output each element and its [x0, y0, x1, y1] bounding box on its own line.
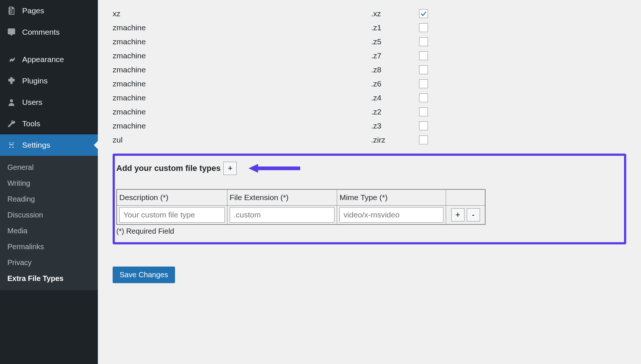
users-icon: [6, 97, 17, 108]
sidebar-item-label: Users: [22, 98, 42, 107]
annotation-arrow-icon: [248, 163, 300, 174]
save-changes-button[interactable]: Save Changes: [113, 267, 175, 283]
submenu-writing[interactable]: Writing: [0, 175, 98, 191]
mime-input[interactable]: [339, 207, 443, 223]
sidebar-item-label: Plugins: [22, 76, 48, 85]
submenu-media[interactable]: Media: [0, 223, 98, 239]
sidebar-item-label: Tools: [22, 119, 40, 128]
file-type-checkbox[interactable]: [419, 121, 428, 130]
file-type-name: zmachine: [113, 121, 371, 130]
svg-point-1: [10, 99, 13, 102]
svg-marker-3: [248, 164, 258, 173]
submenu-extra-file-types[interactable]: Extra File Types: [0, 271, 98, 286]
submenu-general[interactable]: General: [0, 159, 98, 175]
file-type-ext: .z8: [371, 65, 419, 74]
file-type-row: zmachine.z7: [113, 49, 626, 63]
file-type-ext: .z7: [371, 51, 419, 60]
custom-heading-label: Add your custom file types: [116, 164, 220, 173]
file-type-row: zul.zirz: [113, 133, 626, 147]
custom-file-types-table: Description (*) File Extension (*) Mime …: [116, 189, 486, 225]
file-type-checkbox[interactable]: [419, 93, 428, 102]
file-type-ext: .zirz: [371, 135, 419, 144]
add-custom-type-button[interactable]: +: [223, 162, 237, 175]
extension-input[interactable]: [230, 207, 335, 223]
settings-submenu: General Writing Reading Discussion Media…: [0, 156, 98, 290]
tools-icon: [6, 118, 17, 129]
sidebar-item-label: Comments: [22, 28, 60, 37]
file-type-row: zmachine.z4: [113, 91, 626, 105]
plugins-icon: [6, 75, 17, 86]
row-add-button[interactable]: +: [451, 208, 465, 222]
settings-icon: [6, 140, 17, 151]
pages-icon: [6, 5, 17, 16]
file-type-ext: .z1: [371, 23, 419, 32]
required-note: (*) Required Field: [116, 227, 623, 236]
sidebar-item-comments[interactable]: Comments: [0, 21, 98, 43]
file-type-ext: .z2: [371, 107, 419, 116]
file-type-ext: .xz: [371, 9, 419, 18]
sidebar-item-pages[interactable]: Pages: [0, 0, 98, 21]
col-extension: File Extension (*): [227, 189, 337, 206]
file-type-ext: .z5: [371, 37, 419, 46]
sidebar-item-users[interactable]: Users: [0, 92, 98, 113]
col-description: Description (*): [117, 189, 227, 206]
file-type-name: zmachine: [113, 51, 371, 60]
file-type-name: xz: [113, 9, 371, 18]
sidebar-item-label: Settings: [22, 141, 50, 150]
file-type-row: zmachine.z3: [113, 119, 626, 133]
row-remove-button[interactable]: -: [467, 208, 480, 222]
file-type-row: zmachine.z5: [113, 35, 626, 49]
file-type-checkbox[interactable]: [419, 107, 428, 116]
file-type-name: zmachine: [113, 23, 371, 32]
sidebar-item-label: Pages: [22, 6, 44, 15]
submenu-privacy[interactable]: Privacy: [0, 255, 98, 271]
file-type-row: zmachine.z2: [113, 105, 626, 119]
file-type-checkbox[interactable]: [419, 23, 428, 32]
file-type-name: zmachine: [113, 107, 371, 116]
custom-type-row: + -: [117, 206, 485, 225]
description-input[interactable]: [119, 207, 225, 223]
custom-file-types-section: Add your custom file types + Description…: [113, 154, 626, 244]
sidebar-item-appearance[interactable]: Appearance: [0, 49, 98, 70]
file-type-row: zmachine.z1: [113, 21, 626, 35]
file-type-row: xz.xz: [113, 7, 626, 21]
file-type-ext: .z3: [371, 121, 419, 130]
file-type-checkbox[interactable]: [419, 37, 428, 46]
svg-rect-0: [8, 8, 13, 14]
comments-icon: [6, 27, 17, 38]
main-content: xz.xzzmachine.z1zmachine.z5zmachine.z7zm…: [98, 0, 641, 364]
file-type-name: zmachine: [113, 65, 371, 74]
admin-sidebar: Pages Comments Appearance Plugins Users: [0, 0, 98, 364]
submenu-permalinks[interactable]: Permalinks: [0, 239, 98, 255]
col-mime: Mime Type (*): [337, 189, 446, 206]
sidebar-item-settings[interactable]: Settings: [0, 134, 98, 156]
file-type-row: zmachine.z6: [113, 77, 626, 91]
file-type-name: zmachine: [113, 37, 371, 46]
file-type-name: zul: [113, 135, 371, 144]
sidebar-item-label: Appearance: [22, 55, 64, 64]
file-type-name: zmachine: [113, 79, 371, 88]
submenu-reading[interactable]: Reading: [0, 191, 98, 207]
file-type-ext: .z6: [371, 79, 419, 88]
file-type-checkbox[interactable]: [419, 79, 428, 88]
file-type-ext: .z4: [371, 93, 419, 102]
file-type-list: xz.xzzmachine.z1zmachine.z5zmachine.z7zm…: [113, 0, 626, 147]
submenu-discussion[interactable]: Discussion: [0, 207, 98, 223]
file-type-checkbox[interactable]: [419, 51, 428, 60]
appearance-icon: [6, 54, 17, 65]
file-type-checkbox[interactable]: [419, 9, 428, 18]
file-type-checkbox[interactable]: [419, 135, 428, 144]
sidebar-item-tools[interactable]: Tools: [0, 113, 98, 134]
sidebar-item-plugins[interactable]: Plugins: [0, 70, 98, 92]
file-type-name: zmachine: [113, 93, 371, 102]
file-type-checkbox[interactable]: [419, 65, 428, 74]
file-type-row: zmachine.z8: [113, 63, 626, 77]
